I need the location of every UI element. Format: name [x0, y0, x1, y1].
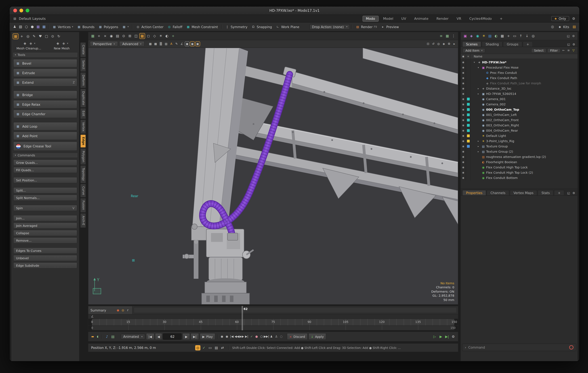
tab[interactable]: +: [523, 41, 533, 47]
item-row[interactable]: ◉ Camera_001: [461, 96, 578, 102]
visibility-eye-icon[interactable]: [461, 81, 466, 86]
mode-tab[interactable]: Select: [80, 58, 86, 72]
command-button[interactable]: Join Averaged: [13, 222, 77, 229]
falloff-heart-icon[interactable]: ♥: [38, 34, 43, 39]
play-to-end-icon[interactable]: ▶|: [444, 334, 450, 339]
checker-icon[interactable]: ▒: [158, 42, 163, 46]
scenes-gear-icon[interactable]: ⚙: [572, 42, 576, 47]
workplane-box-icon[interactable]: ▢: [44, 34, 49, 39]
vp-zoom-icon[interactable]: ◎: [436, 42, 441, 46]
layout-tab[interactable]: +: [496, 16, 506, 22]
expander-arrow-icon[interactable]: ▸: [478, 87, 481, 90]
only-button[interactable]: ★ Only: [551, 16, 569, 21]
minimize-window-button[interactable]: [20, 9, 23, 12]
item-row[interactable]: ▾ ▣ Procedural Flex Hose: [461, 65, 578, 70]
grid-fine-icon[interactable]: ▩: [153, 42, 158, 46]
item-row[interactable]: ◐ Floorheight Boolean: [461, 159, 578, 165]
layout-tab[interactable]: UV: [398, 16, 410, 22]
mode-tab[interactable]: Edit: [80, 108, 86, 119]
visibility-eye-icon[interactable]: [461, 112, 466, 117]
vertices-mode-button[interactable]: ▦ Vertices ▾: [51, 25, 75, 29]
tools-section-header[interactable]: ▾ Tools: [13, 52, 78, 57]
visibility-eye-icon[interactable]: [461, 75, 466, 81]
command-button[interactable]: Grow Quads...: [13, 159, 77, 166]
add-item-dropdown[interactable]: Add Item ▾: [463, 48, 485, 53]
visibility-eye-icon[interactable]: [461, 165, 466, 170]
layout-tab[interactable]: VR: [453, 16, 465, 22]
command-button[interactable]: Remove...: [13, 237, 77, 243]
visibility-eye-icon[interactable]: [461, 159, 466, 165]
rotate-anim-alt-icon[interactable]: ◉: [225, 334, 229, 339]
visibility-eye-icon[interactable]: [461, 123, 466, 128]
paint-select-icon[interactable]: ●: [30, 24, 35, 29]
pose-icon[interactable]: ♙: [274, 334, 279, 339]
visibility-eye-icon[interactable]: [461, 170, 466, 175]
primitive-cube-icon[interactable]: ▦: [13, 34, 18, 39]
action-center-tool-icon[interactable]: ◎: [25, 34, 31, 39]
apply-button[interactable]: ↓ Apply: [308, 333, 326, 340]
pane-gear-icon[interactable]: ⚙: [571, 34, 576, 38]
play-solid-icon[interactable]: ▶: [438, 334, 443, 339]
channel-link-icon[interactable]: ◖: [95, 334, 100, 339]
vp-active-mesh-icon[interactable]: ▦: [140, 33, 145, 39]
vp-frame-all-icon[interactable]: ⊡: [426, 42, 430, 46]
item-chip[interactable]: [466, 154, 471, 159]
prev-frame-button[interactable]: ◀: [155, 333, 162, 340]
command-button[interactable]: Fill Quads...: [13, 167, 77, 173]
move-tool-icon[interactable]: +: [19, 34, 24, 39]
item-chip[interactable]: [466, 138, 471, 144]
symmetry-button[interactable]: | Symmetry: [223, 25, 249, 29]
item-row[interactable]: ◉ Flex Conduit Bottom: [461, 175, 578, 180]
zoom-window-button[interactable]: [26, 9, 29, 12]
item-row[interactable]: ▸ ☀ 3-Point_Lights_Rig: [461, 138, 578, 144]
tool-button[interactable]: ▦ Add Point: [13, 132, 77, 140]
vp-move-icon[interactable]: +: [96, 33, 102, 39]
item-row[interactable]: ▸ ▤ Texture Group (2): [461, 149, 578, 154]
item-chip[interactable]: [466, 175, 471, 180]
vp-film-icon[interactable]: ▤: [115, 33, 120, 39]
polygons-mode-button[interactable]: ▦ Polygons: [97, 25, 120, 29]
item-chip[interactable]: [466, 96, 471, 102]
item-chip[interactable]: [466, 123, 471, 128]
visibility-eye-icon[interactable]: [461, 86, 466, 91]
item-chip[interactable]: [466, 91, 471, 96]
item-row[interactable]: ☀ Default Light: [461, 133, 578, 138]
item-row[interactable]: ▸ ▣ HD-7PXW_5260514: [461, 91, 578, 96]
layout-tab[interactable]: Cycles4Modo: [466, 16, 495, 22]
mode-tab[interactable]: Create: [80, 42, 86, 57]
layout-tab[interactable]: Render: [433, 16, 452, 22]
visibility-eye-icon[interactable]: [461, 149, 466, 154]
rotate-anim-icon[interactable]: ◉: [220, 334, 224, 339]
item-row[interactable]: ▥ roughness attenuation gradient.lxp (2): [461, 154, 578, 159]
item-chip[interactable]: [466, 144, 471, 149]
work-plane-button[interactable]: ∟ Work Plane: [274, 25, 301, 29]
item-chip[interactable]: [466, 107, 471, 112]
default-layouts-label[interactable]: Default Layouts: [19, 17, 46, 21]
mini-screen-icon[interactable]: ▤: [214, 345, 219, 350]
step-keys-icon[interactable]: ▶▶|: [264, 334, 269, 339]
item-chip[interactable]: [466, 149, 471, 154]
command-button[interactable]: Split Normals...: [13, 195, 77, 201]
visibility-eye-icon[interactable]: [461, 175, 466, 180]
prev-keyframe-icon[interactable]: |◀: [230, 334, 234, 339]
summary-r-icon[interactable]: r: [126, 308, 130, 312]
item-row[interactable]: ◉ Camera_002: [461, 102, 578, 107]
item-chip[interactable]: [466, 65, 471, 70]
element-vertex-cube-icon[interactable]: ▦: [35, 24, 41, 29]
vp-wireframe-icon[interactable]: ◻: [146, 33, 151, 39]
list-mode-icon[interactable]: ≡: [566, 48, 571, 53]
tab[interactable]: Vertex Maps: [510, 190, 537, 195]
back-projection-icon[interactable]: ▣: [195, 42, 200, 46]
add-environment-icon[interactable]: ◐: [494, 33, 499, 39]
name-column-header[interactable]: Name: [471, 55, 482, 58]
title-bar[interactable]: HD-7PXW.lxo* - Modo17.1v1: [10, 7, 579, 15]
transport-gear-icon[interactable]: ⚙: [451, 334, 456, 339]
vp-handle-dots-icon[interactable]: ⋮: [451, 33, 456, 39]
properties-gear-icon[interactable]: ⚙: [572, 191, 576, 195]
expander-arrow-icon[interactable]: ▸: [478, 145, 481, 148]
layout-switcher-icon[interactable]: ▤: [13, 16, 17, 21]
mode-tab[interactable]: Curve: [80, 184, 86, 198]
item-chip[interactable]: [466, 75, 471, 81]
tool-button[interactable]: ▦ Edge Relax: [13, 100, 77, 109]
add-camera-icon[interactable]: ◉: [475, 33, 480, 39]
